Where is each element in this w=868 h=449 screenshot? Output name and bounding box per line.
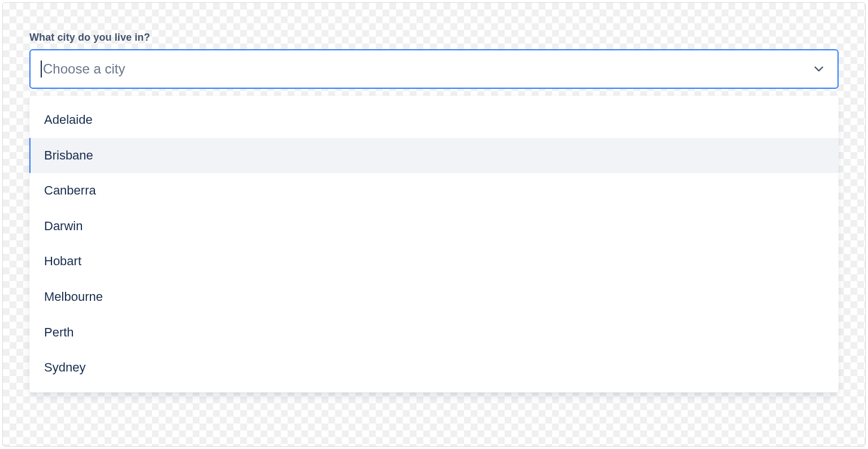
city-option[interactable]: Perth <box>29 315 839 351</box>
city-option[interactable]: Darwin <box>29 209 839 244</box>
city-option[interactable]: Hobart <box>29 244 839 279</box>
city-select-control[interactable]: Choose a city <box>29 49 839 89</box>
city-option[interactable]: Brisbane <box>29 138 839 174</box>
city-option[interactable]: Adelaide <box>29 102 839 138</box>
select-placeholder: Choose a city <box>43 61 811 77</box>
city-option[interactable]: Melbourne <box>29 279 839 315</box>
city-options-menu: Adelaide Brisbane Canberra Darwin Hobart… <box>29 96 839 392</box>
city-option[interactable]: Canberra <box>29 173 839 209</box>
field-label: What city do you live in? <box>29 32 839 44</box>
chevron-down-icon[interactable] <box>811 62 826 76</box>
city-option[interactable]: Sydney <box>29 350 839 386</box>
form-container: What city do you live in? Choose a city … <box>0 0 868 424</box>
text-cursor <box>41 61 42 77</box>
